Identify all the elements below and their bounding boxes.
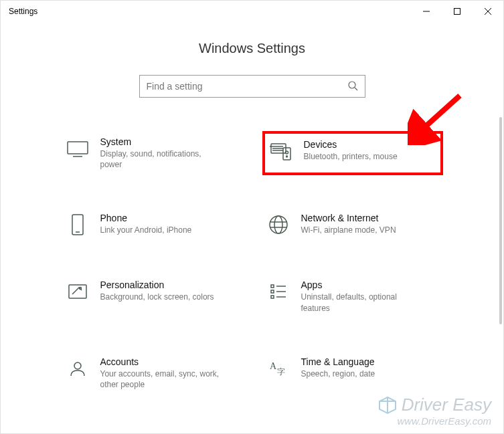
watermark-brand: Driver Easy [402, 395, 491, 415]
svg-rect-6 [68, 142, 88, 154]
network-icon [266, 213, 290, 237]
svg-point-17 [270, 216, 287, 233]
svg-point-14 [286, 156, 287, 157]
window-titlebar: Settings [1, 1, 503, 22]
tile-title: Accounts [100, 356, 236, 367]
search-row: Find a setting [1, 75, 503, 98]
svg-point-29 [74, 362, 81, 369]
svg-rect-25 [271, 290, 274, 293]
tile-personalization[interactable]: Personalization Background, lock screen,… [62, 274, 242, 318]
svg-point-4 [349, 82, 355, 88]
tile-title: Apps [301, 280, 436, 290]
tile-title: Time & Language [301, 356, 436, 367]
svg-line-5 [355, 88, 357, 90]
tile-subtitle: Display, sound, notifications, power [100, 148, 221, 170]
tile-time-language[interactable]: A 字 Time & Language Speech, region, date [262, 351, 443, 395]
search-placeholder: Find a setting [147, 81, 203, 92]
svg-rect-1 [454, 9, 460, 15]
search-icon [347, 80, 358, 93]
svg-line-33 [420, 96, 460, 132]
close-button[interactable] [473, 1, 503, 22]
window-title: Settings [9, 7, 37, 16]
watermark: Driver Easy www.DriverEasy.com [377, 395, 491, 427]
accounts-icon [66, 356, 90, 381]
tile-subtitle: Speech, region, date [301, 368, 422, 379]
tile-title: System [100, 136, 236, 147]
tile-phone[interactable]: Phone Link your Android, iPhone [62, 207, 242, 242]
svg-point-13 [285, 151, 288, 154]
page-title: Windows Settings [1, 41, 503, 56]
apps-icon [266, 280, 290, 304]
minimize-button[interactable] [411, 1, 442, 22]
window-controls [411, 1, 503, 22]
tile-accounts[interactable]: Accounts Your accounts, email, sync, wor… [62, 351, 242, 395]
svg-point-18 [274, 216, 282, 233]
tile-title: Personalization [100, 280, 236, 290]
tile-devices[interactable]: Devices Bluetooth, printers, mouse [262, 131, 443, 175]
svg-text:A: A [270, 361, 277, 371]
svg-rect-23 [271, 285, 274, 288]
svg-text:字: 字 [277, 367, 285, 376]
devices-icon [269, 139, 293, 163]
svg-rect-21 [69, 285, 86, 298]
search-input[interactable]: Find a setting [139, 75, 365, 98]
system-icon [66, 136, 90, 160]
maximize-button[interactable] [442, 1, 473, 22]
tile-apps[interactable]: Apps Uninstall, defaults, optional featu… [262, 274, 443, 318]
svg-rect-27 [271, 296, 274, 298]
scrollbar[interactable] [499, 117, 502, 324]
tile-subtitle: Uninstall, defaults, optional features [301, 292, 422, 313]
tile-subtitle: Your accounts, email, sync, work, other … [100, 368, 221, 390]
tile-network[interactable]: Network & Internet Wi-Fi, airplane mode,… [262, 207, 443, 242]
watermark-logo-icon [377, 395, 398, 415]
tile-subtitle: Background, lock screen, colors [100, 292, 221, 302]
tile-subtitle: Bluetooth, printers, mouse [304, 151, 424, 162]
tile-title: Network & Internet [301, 213, 436, 223]
watermark-url: www.DriverEasy.com [377, 415, 491, 427]
phone-icon [66, 213, 90, 237]
personalization-icon [66, 280, 90, 304]
tile-title: Devices [304, 139, 434, 150]
tile-subtitle: Wi-Fi, airplane mode, VPN [301, 225, 422, 235]
settings-grid: System Display, sound, notifications, po… [62, 131, 443, 395]
tile-subtitle: Link your Android, iPhone [100, 225, 221, 235]
time-language-icon: A 字 [266, 356, 290, 381]
tile-title: Phone [100, 213, 236, 223]
tile-system[interactable]: System Display, sound, notifications, po… [62, 131, 242, 175]
